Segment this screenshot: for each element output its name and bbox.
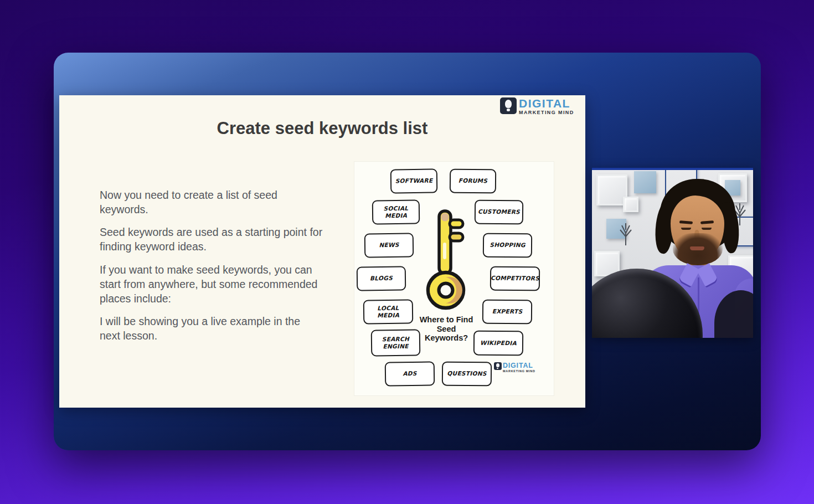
presenter-eye: [702, 228, 712, 230]
diagram-center-question: Where to Find Seed Keywords?: [415, 315, 477, 343]
video-player-window[interactable]: DIGITAL MARKETING MIND Create seed keywo…: [54, 53, 761, 450]
slide-body-text: Now you need to create a list of seed ke…: [100, 188, 323, 351]
slide-paragraph: If you want to make seed keywords, you c…: [100, 263, 323, 306]
diagram-box-wikipedia: WIKIPEDIA: [473, 331, 523, 356]
brand-logo-icon: [494, 362, 502, 370]
diagram-box-search-engine: SEARCH ENGINE: [371, 329, 421, 356]
brand-logo-icon: [500, 97, 517, 114]
brand-name: DIGITAL: [519, 97, 574, 109]
diagram-watermark-logo: DIGITAL MARKETING MIND: [494, 362, 535, 373]
webcam-top-edge: [592, 168, 753, 170]
diagram-box-social-media: SOCIAL MEDIA: [372, 199, 420, 224]
diagram-box-blogs: BLOGS: [357, 266, 406, 291]
slide-paragraph: Seed keywords are used as a starting poi…: [100, 225, 323, 254]
diagram-box-competitors: COMPETITORS: [490, 266, 540, 291]
diagram-box-forums: FORUMS: [450, 169, 496, 194]
diagram-box-ads: ADS: [385, 361, 435, 386]
presenter-eye: [681, 228, 691, 230]
page-background: DIGITAL MARKETING MIND Create seed keywo…: [0, 0, 814, 504]
slide-title: Create seed keywords list: [59, 119, 585, 138]
presenter-mouth: [690, 246, 704, 250]
brand-tagline: MARKETING MIND: [519, 110, 574, 115]
wall-tree-art: [616, 221, 635, 245]
diagram-box-questions: QUESTIONS: [442, 362, 492, 387]
diagram-box-software: SOFTWARE: [390, 168, 438, 193]
seed-keywords-diagram: SOFTWAREFORUMSSOCIAL MEDIACUSTOMERSNEWSS…: [354, 162, 554, 395]
brand-logo: DIGITAL MARKETING MIND: [500, 97, 574, 115]
presentation-slide: DIGITAL MARKETING MIND Create seed keywo…: [59, 95, 585, 408]
diagram-box-shopping: SHOPPING: [483, 233, 532, 258]
diagram-box-news: NEWS: [364, 233, 414, 258]
slide-paragraph: I will be showing you a live example in …: [100, 314, 323, 343]
wall-square: [623, 197, 638, 212]
slide-paragraph: Now you need to create a list of seed ke…: [100, 188, 323, 217]
wall-square: [634, 171, 656, 193]
diagram-box-local-media: LOCAL MEDIA: [363, 299, 414, 324]
diagram-box-experts: EXPERTS: [482, 300, 532, 325]
diagram-box-customers: CUSTOMERS: [475, 200, 523, 225]
webcam-video: [592, 168, 753, 338]
key-illustration: [424, 208, 468, 315]
